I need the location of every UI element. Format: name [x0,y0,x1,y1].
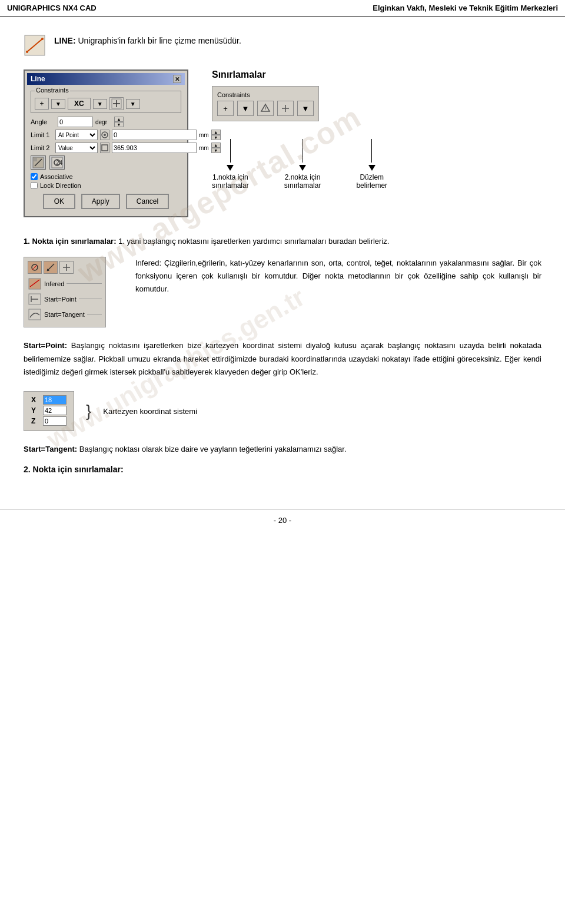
tool-icon-1[interactable] [31,155,46,170]
limit2-label: Limit 2 [31,144,53,151]
lock-direction-checkbox[interactable] [31,182,38,189]
kartezyen-label: Kartezyen koordinat sistemi [103,407,197,416]
kartezyen-box: X Y Z [24,391,74,431]
kart-y-row: Y [31,406,67,415]
line-text: Unigraphis'in farklı bir line çizme menü… [78,36,241,45]
xc-dd-btn[interactable]: ▼ [93,99,107,109]
limit1-input[interactable] [112,130,197,140]
start-tangent-label: Start=Tangent [44,311,85,318]
sin-dd2[interactable]: ▼ [297,101,314,116]
nokta-sinir2-heading: 2. Nokta için sınırlamalar: [24,465,124,474]
svg-point-2 [26,51,28,53]
limit2-icon [100,143,109,153]
cd-icon-active-2[interactable] [44,261,58,274]
kartezyen-brace: } [86,402,91,420]
dialog-title-bar: Line ✕ [27,73,185,85]
arrow-line-1 [230,139,231,163]
associative-checkbox[interactable] [31,173,38,180]
kart-y-input[interactable] [43,406,67,415]
page-footer: - 20 - [0,509,565,531]
icon-dd-btn[interactable]: ▼ [126,99,140,109]
cd-icon-row [28,261,102,274]
arrow-down-3 [368,165,375,171]
content-area: LINE: Unigraphis'in farklı bir line çizm… [0,16,565,498]
svg-rect-9 [102,145,108,151]
constraint-diagram: Infered Start=Point [24,257,106,327]
arrow-label-2: 2.nokta içinsınırlamalar [284,173,321,190]
header-right: Elginkan Vakfı, Mesleki ve Teknik Eğitim… [373,4,558,12]
angle-input[interactable] [58,117,93,127]
svg-text:24: 24 [56,160,63,166]
line-section: LINE: Unigraphis'in farklı bir line çizm… [24,34,541,58]
svg-point-3 [41,38,44,40]
plus-btn[interactable]: + [35,98,49,110]
angle-unit: degr [95,119,112,125]
constraints-buttons: + ▼ XC ▼ ▼ [35,94,177,110]
icon-row: 24 [31,155,181,170]
arrows-area: 1.nokta içinsınırlamalar 2.nokta içinsın… [212,139,541,190]
start-tangent-row: Start=Tangent [28,308,102,321]
limit2-select[interactable]: Value [55,143,98,153]
sin-icon1[interactable] [257,101,274,116]
sin-dd-btn[interactable]: ▼ [237,101,254,116]
sin-icon2[interactable] [277,101,294,116]
start-point-label: Start=Point [44,296,77,303]
start-tangent-line [87,314,102,314]
arrow-label-3: Düzlembelirlemer [356,173,387,190]
start-tangent-section: Start=Tangent: Başlangıç noktası olarak … [24,443,541,456]
xc-btn[interactable]: XC [68,98,91,110]
nokta-text: 1. yani başlangıç noktasını işaretlerken… [118,237,389,246]
limit1-select[interactable]: At Point [55,130,98,140]
arrow-down-2 [299,165,306,171]
infered-text: Infered: Çizgilerin,eğrilerin, katı-yüze… [135,257,541,327]
limit2-row: Limit 2 Value mm ▲ ▼ [31,143,181,153]
svg-point-8 [104,134,106,136]
limit2-unit: mm [199,145,209,151]
nokta-heading: 1. Nokta için sınırlamalar: [24,237,117,246]
ok-button[interactable]: OK [43,194,75,209]
cd-icon-3[interactable] [59,261,74,274]
start-point-line [79,299,102,299]
arrow-label-1: 1.nokta içinsınırlamalar [212,173,249,190]
infered-panel: Infered Start=Point [24,257,541,327]
sin-plus-btn[interactable]: + [217,101,234,116]
dialog-close-btn[interactable]: ✕ [173,75,181,83]
constraint-icon-btn1[interactable] [109,97,124,110]
svg-rect-12 [34,158,37,161]
arrow-line-2 [303,139,303,163]
dialog-buttons: OK Apply Cancel [31,194,181,209]
sinirlama-box: Constraints + ▼ ▼ [212,86,319,121]
arrow-down-1 [227,165,234,171]
sinirlama-constraints-label: Constraints [217,91,314,98]
kart-z-input[interactable] [43,416,67,426]
plus-dd-btn[interactable]: ▼ [51,99,65,109]
limit1-row: Limit 1 At Point mm ▲ ▼ [31,130,181,140]
dialog-title: Line [31,75,45,83]
cancel-button[interactable]: Cancel [126,194,169,209]
infered-diagram: Infered Start=Point [24,257,118,327]
angle-row: Angle degr ▲ ▼ [31,117,181,127]
angle-up[interactable]: ▲ [114,117,124,122]
start-tangent-heading: Start=Tangent: [24,445,77,453]
line-description: LINE: Unigraphis'in farklı bir line çizm… [54,34,241,47]
kart-x-label: X [31,396,39,404]
start-point-row: Start=Point [28,293,102,306]
tool-icon-2[interactable]: 24 [49,155,65,170]
dialog-inner: Constraints + ▼ XC ▼ ▼ [27,88,185,214]
limit1-label: Limit 1 [31,131,53,138]
angle-down[interactable]: ▼ [114,122,124,127]
kart-x-input[interactable] [43,395,67,405]
svg-line-21 [32,265,37,270]
associative-row: Associative [31,173,181,180]
line-label: LINE: [54,36,76,45]
apply-button[interactable]: Apply [81,194,120,209]
kart-z-row: Z [31,416,67,426]
sinirlamalar-panel: Sınırlamalar Constraints + ▼ ▼ [212,69,541,190]
lock-direction-label: Lock Direction [40,182,81,189]
associative-label: Associative [40,173,73,180]
sinirlamalar-title: Sınırlamalar [212,69,541,80]
arrow-line-3 [371,139,372,163]
cd-icon-active-1[interactable] [28,261,42,274]
limit2-input[interactable] [112,143,197,153]
constraints-group: Constraints + ▼ XC ▼ ▼ [31,91,181,113]
